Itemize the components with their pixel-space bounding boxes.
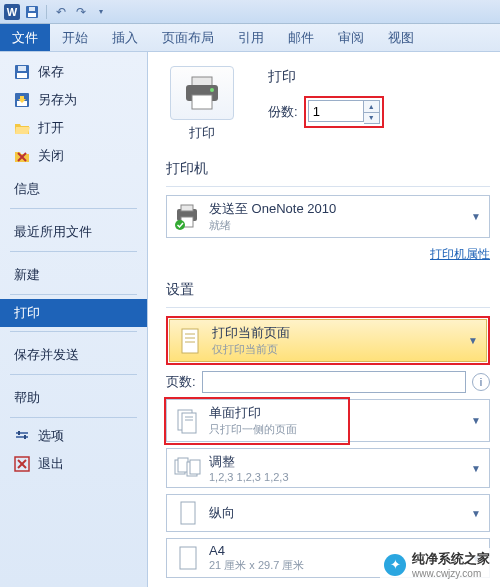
chevron-down-icon: ▼	[469, 415, 483, 426]
printer-icon	[182, 75, 222, 111]
watermark-icon: ✦	[384, 554, 406, 576]
qat-separator	[46, 5, 47, 19]
print-panel: 打印 打印 份数: ▲▼ 打印机 发送至 OneNote 2010	[148, 52, 500, 587]
orientation-icon	[173, 499, 201, 527]
svg-rect-36	[190, 460, 200, 474]
svg-point-24	[175, 220, 185, 230]
sidebar-heading-help[interactable]: 帮助	[0, 379, 147, 413]
chevron-down-icon: ▼	[466, 335, 480, 346]
sidebar-item-close[interactable]: 关闭	[0, 142, 147, 170]
range-sub: 仅打印当前页	[212, 342, 458, 357]
close-icon	[14, 148, 30, 164]
title-bar: W ↶ ↷ ▾	[0, 0, 500, 24]
pages-label: 页数:	[166, 373, 196, 391]
save-icon	[14, 64, 30, 80]
saveas-icon	[14, 92, 30, 108]
separator	[166, 186, 490, 187]
print-title: 打印	[268, 68, 384, 86]
tab-insert[interactable]: 插入	[100, 24, 150, 51]
sidebar-item-print[interactable]: 打印	[0, 299, 147, 327]
sidebar-separator	[10, 251, 137, 252]
sidebar-item-label: 保存	[38, 63, 64, 81]
spinner-up-icon[interactable]: ▲	[364, 101, 379, 113]
printer-properties-link[interactable]: 打印机属性	[430, 247, 490, 261]
svg-rect-11	[16, 436, 28, 438]
sidebar-heading-recent[interactable]: 最近所用文件	[0, 213, 147, 247]
svg-rect-13	[24, 435, 26, 439]
sidebar-heading-new[interactable]: 新建	[0, 256, 147, 290]
copies-label: 份数:	[268, 103, 298, 121]
sidebar-heading-info[interactable]: 信息	[0, 170, 147, 204]
sidebar-heading-send[interactable]: 保存并发送	[0, 336, 147, 370]
printer-select[interactable]: 发送至 OneNote 2010 就绪 ▼	[166, 195, 490, 238]
printer-name: 发送至 OneNote 2010	[209, 200, 461, 218]
collate-main: 调整	[209, 453, 461, 471]
watermark: ✦ 纯净系统之家 www.cwjzy.com	[380, 548, 494, 581]
svg-point-20	[210, 88, 214, 92]
sidebar-separator	[10, 374, 137, 375]
duplex-select[interactable]: 单面打印 只打印一侧的页面 ▼	[166, 399, 490, 442]
page-icon	[176, 327, 204, 355]
tab-file[interactable]: 文件	[0, 24, 50, 51]
backstage-sidebar: 保存 另存为 打开 关闭 信息 最近所用文件 新建 打印 保存并发送 帮助 选项	[0, 52, 148, 587]
sidebar-item-label: 打开	[38, 119, 64, 137]
svg-rect-38	[180, 547, 196, 569]
copies-spinner[interactable]: ▲▼	[364, 100, 380, 124]
printer-status-icon	[173, 203, 201, 231]
sidebar-separator	[10, 294, 137, 295]
sidebar-item-label: 另存为	[38, 91, 77, 109]
chevron-down-icon: ▼	[469, 463, 483, 474]
chevron-down-icon: ▼	[469, 211, 483, 222]
ribbon-tabs: 文件 开始 插入 页面布局 引用 邮件 审阅 视图	[0, 24, 500, 52]
separator	[166, 307, 490, 308]
sidebar-item-label: 退出	[38, 455, 64, 473]
sidebar-separator	[10, 417, 137, 418]
undo-icon[interactable]: ↶	[53, 4, 69, 20]
print-button[interactable]	[170, 66, 234, 120]
svg-rect-5	[18, 66, 26, 71]
svg-rect-37	[181, 502, 195, 524]
copies-input[interactable]	[308, 100, 364, 122]
pages-info-icon[interactable]: i	[472, 373, 490, 391]
app-icon: W	[4, 4, 20, 20]
range-main: 打印当前页面	[212, 324, 458, 342]
collate-sub: 1,2,3 1,2,3 1,2,3	[209, 471, 461, 483]
orientation-main: 纵向	[209, 504, 461, 522]
save-qat-icon[interactable]	[24, 4, 40, 20]
tab-layout[interactable]: 页面布局	[150, 24, 226, 51]
redo-icon[interactable]: ↷	[73, 4, 89, 20]
tab-home[interactable]: 开始	[50, 24, 100, 51]
printer-status: 就绪	[209, 218, 461, 233]
tab-review[interactable]: 审阅	[326, 24, 376, 51]
svg-rect-10	[16, 432, 28, 434]
exit-icon	[14, 456, 30, 472]
tab-view[interactable]: 视图	[376, 24, 426, 51]
sidebar-item-save[interactable]: 保存	[0, 58, 147, 86]
sidebar-item-saveas[interactable]: 另存为	[0, 86, 147, 114]
settings-section-label: 设置	[166, 281, 490, 299]
qat-dropdown-icon[interactable]: ▾	[93, 4, 109, 20]
paper-icon	[173, 544, 201, 572]
sidebar-item-options[interactable]: 选项	[0, 422, 147, 450]
svg-rect-4	[17, 73, 27, 78]
collate-select[interactable]: 调整 1,2,3 1,2,3 1,2,3 ▼	[166, 448, 490, 488]
duplex-main: 单面打印	[209, 404, 461, 422]
tab-references[interactable]: 引用	[226, 24, 276, 51]
svg-rect-2	[29, 7, 35, 11]
print-range-select[interactable]: 打印当前页面 仅打印当前页 ▼	[169, 319, 487, 362]
sidebar-item-open[interactable]: 打开	[0, 114, 147, 142]
tab-mail[interactable]: 邮件	[276, 24, 326, 51]
svg-rect-1	[28, 13, 36, 17]
printer-section-label: 打印机	[166, 160, 490, 178]
watermark-url: www.cwjzy.com	[412, 568, 490, 579]
duplex-icon	[173, 407, 201, 435]
options-icon	[14, 428, 30, 444]
pages-input[interactable]	[202, 371, 466, 393]
svg-rect-12	[18, 431, 20, 435]
spinner-down-icon[interactable]: ▼	[364, 113, 379, 124]
sidebar-separator	[10, 208, 137, 209]
chevron-down-icon: ▼	[469, 508, 483, 519]
sidebar-item-label: 关闭	[38, 147, 64, 165]
sidebar-item-exit[interactable]: 退出	[0, 450, 147, 478]
orientation-select[interactable]: 纵向 ▼	[166, 494, 490, 532]
